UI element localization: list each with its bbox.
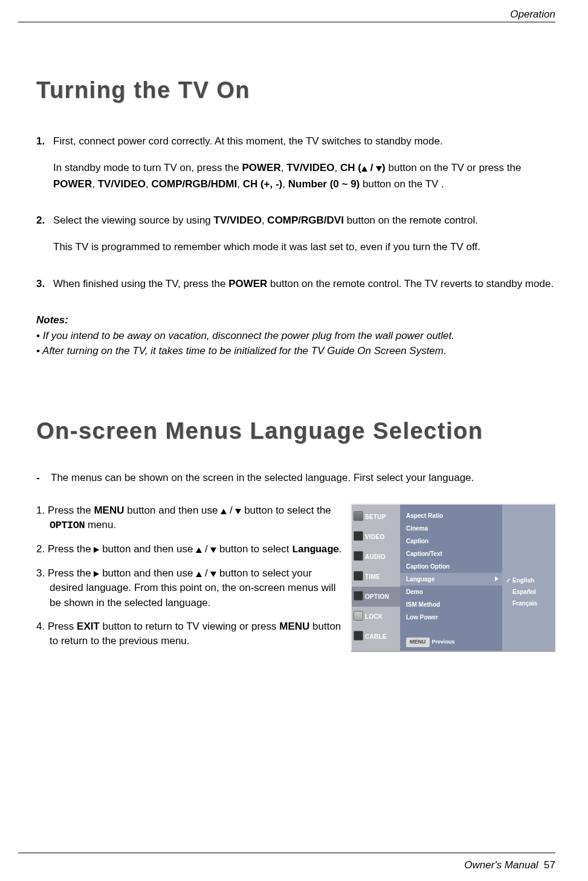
text: 3. Press the — [36, 567, 94, 579]
osd-item-caption-text[interactable]: Caption/Text — [406, 547, 502, 560]
osd-tab-audio[interactable]: AUDIO — [352, 547, 400, 567]
notes-block: Notes: • If you intend to be away on vac… — [36, 312, 555, 359]
osd-option-label: Français — [512, 599, 537, 608]
text: button and then use — [124, 505, 221, 516]
osd-option-label: English — [512, 576, 534, 586]
bold-menu: MENU — [279, 621, 309, 632]
text: / — [227, 505, 235, 516]
text: button on the TV or press the — [386, 162, 522, 173]
text: , — [92, 178, 97, 190]
osd-sidebar: SETUP VIDEO AUDIO TIME OPTION LOCK CABLE — [352, 505, 400, 651]
step-2-para-1: Select the viewing source by using TV/VI… — [53, 213, 555, 228]
osd-item-caption-option[interactable]: Caption Option — [406, 560, 502, 573]
osd-item-caption[interactable]: Caption — [406, 535, 502, 547]
step-3: 3. When finished using the TV, press the… — [36, 276, 555, 292]
osd-tab-label: TIME — [365, 572, 380, 582]
triangle-up-icon — [221, 509, 227, 514]
step-2-number: 2. — [36, 213, 53, 256]
osd-item-cinema[interactable]: Cinema — [406, 522, 502, 535]
text: . — [339, 543, 342, 555]
bold-power: POWER — [53, 178, 92, 190]
osd-tab-lock[interactable]: LOCK — [352, 607, 400, 627]
chevron-right-icon — [495, 576, 499, 581]
text: , — [262, 215, 267, 226]
lang-step-1: 1. Press the MENU button and then use / … — [36, 503, 344, 534]
osd-option-francais[interactable]: Français — [506, 598, 554, 609]
step-2-para-2: This TV is programmed to remember which … — [53, 239, 555, 255]
setup-icon — [354, 511, 363, 521]
text: , — [282, 178, 288, 190]
osd-menubar: MENU Previous — [406, 637, 455, 647]
bold-ch-plus-minus: CH (+, -) — [243, 178, 283, 190]
text: menu. — [85, 519, 116, 531]
osd-option-english[interactable]: ✓English — [506, 575, 554, 586]
text: button on the remote control. The TV rev… — [267, 278, 554, 289]
notes-line-2: • After turning on the TV, it takes time… — [36, 343, 555, 359]
osd-tab-video[interactable]: VIDEO — [352, 527, 400, 547]
video-icon — [354, 531, 363, 541]
text: 1. Press the — [36, 505, 94, 516]
osd-tab-option[interactable]: OPTION — [352, 587, 400, 607]
osd-menubar-label: Previous — [432, 638, 455, 647]
triangle-down-icon — [210, 547, 216, 553]
triangle-down-icon — [376, 166, 382, 172]
heading-osd-language: On-screen Menus Language Selection — [36, 413, 555, 449]
osd-item-language[interactable]: Language — [400, 573, 502, 586]
step-1-para-2: In standby mode to turn TV on, press the… — [53, 160, 555, 192]
osd-option-label: Español — [512, 587, 536, 597]
intro-2: - The menus can be shown on the screen i… — [36, 470, 555, 486]
text: In standby mode to turn TV on, press the — [53, 162, 242, 173]
notes-heading: Notes: — [36, 312, 555, 328]
osd-item-ism-method[interactable]: ISM Method — [406, 598, 502, 611]
osd-main-panel: Aspect Ratio Cinema Caption Caption/Text… — [400, 505, 502, 651]
bold-tv-video: TV/VIDEO — [98, 178, 146, 190]
cable-icon — [354, 631, 363, 641]
text: When finished using the TV, press the — [53, 278, 228, 289]
text: 2. Press the — [36, 543, 94, 555]
text: button and then use — [99, 567, 196, 579]
bold-tv-video: TV/VIDEO — [214, 215, 262, 226]
osd-item-label: Language — [406, 575, 435, 584]
osd-tab-label: AUDIO — [365, 552, 386, 562]
text: Select the viewing source by using — [53, 215, 214, 226]
footer-text: Owner's Manual 57 — [464, 859, 555, 871]
step-3-number: 3. — [36, 276, 53, 292]
text: button to select — [216, 543, 292, 555]
osd-tab-time[interactable]: TIME — [352, 567, 400, 587]
osd-option-espanol[interactable]: Español — [506, 586, 554, 598]
text: , — [237, 178, 242, 190]
triangle-up-icon — [196, 547, 202, 553]
bold-power: POWER — [228, 278, 267, 289]
notes-line-1: • If you intend to be away on vacation, … — [36, 328, 555, 344]
step-3-text: When finished using the TV, press the PO… — [53, 276, 555, 292]
text: button on the TV . — [360, 178, 444, 190]
osd-item-low-power[interactable]: Low Power — [406, 611, 502, 624]
step-2-text: Select the viewing source by using TV/VI… — [53, 213, 555, 256]
footer-rule — [18, 853, 555, 853]
triangle-up-icon — [361, 166, 367, 172]
option-icon — [354, 591, 363, 601]
bold-exit: EXIT — [77, 621, 100, 632]
osd-options-panel: ✓English Español Français — [502, 505, 554, 651]
text: / — [367, 162, 376, 173]
audio-icon — [354, 551, 363, 561]
footer-label: Owner's Manual — [464, 859, 538, 871]
heading-turning-tv-on: Turning the TV On — [36, 77, 555, 103]
osd-item-demo[interactable]: Demo — [406, 586, 502, 598]
lang-step-2: 2. Press the button and then use / butto… — [36, 542, 344, 558]
osd-menu-button[interactable]: MENU — [406, 637, 430, 647]
bold-tv-video: TV/VIDEO — [286, 162, 334, 173]
osd-tab-label: OPTION — [365, 592, 389, 602]
step-1: 1. First, connect power cord correctly. … — [36, 134, 555, 192]
osd-tab-setup[interactable]: SETUP — [352, 507, 400, 527]
bold-comp-rgb-hdmi: COMP/RGB/HDMI — [152, 178, 237, 190]
intro-2-text: The menus can be shown on the screen in … — [51, 470, 474, 486]
osd-item-aspect-ratio[interactable]: Aspect Ratio — [406, 509, 502, 522]
osd-tab-cable[interactable]: CABLE — [352, 627, 400, 647]
triangle-up-icon — [196, 572, 202, 577]
intro-2-dash: - — [36, 470, 51, 486]
lang-step-3: 3. Press the button and then use / butto… — [36, 566, 344, 611]
text: , — [335, 162, 340, 173]
text: button on the remote control. — [344, 215, 478, 226]
mono-language: Language — [292, 544, 339, 555]
